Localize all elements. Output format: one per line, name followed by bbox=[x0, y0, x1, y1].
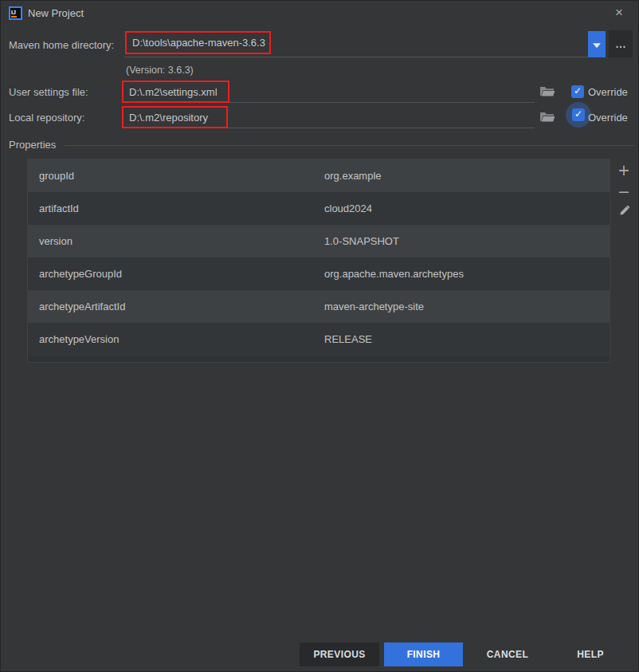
chevron-down-icon bbox=[593, 43, 601, 48]
window-title: New Project bbox=[28, 7, 84, 19]
override-label-user-settings: Override bbox=[588, 86, 628, 98]
ellipsis-icon: … bbox=[615, 37, 626, 50]
override-checkbox-local-repo[interactable]: ✓ bbox=[572, 108, 585, 121]
row-value: cloud2024 bbox=[324, 202, 610, 214]
remove-property-button[interactable]: − bbox=[615, 183, 633, 200]
maven-version-note: (Version: 3.6.3) bbox=[126, 65, 194, 76]
close-icon: × bbox=[615, 5, 623, 20]
cancel-button[interactable]: CANCEL bbox=[477, 643, 538, 666]
local-repository-value[interactable]: D:\.m2\repository bbox=[122, 106, 228, 128]
folder-open-icon[interactable] bbox=[539, 85, 555, 98]
maven-home-browse-button[interactable]: … bbox=[609, 30, 633, 57]
add-property-button[interactable]: + bbox=[615, 161, 633, 179]
check-icon: ✓ bbox=[574, 85, 582, 96]
local-repository-label: Local repository: bbox=[9, 112, 84, 124]
row-value: org.apache.maven.archetypes bbox=[324, 268, 610, 280]
new-project-dialog: IJ New Project × Maven home directory: D… bbox=[0, 0, 639, 672]
user-settings-value[interactable]: D:\.m2\settings.xml bbox=[122, 81, 229, 103]
maven-home-dropdown-button[interactable] bbox=[588, 31, 606, 57]
table-row[interactable]: groupId org.example bbox=[28, 159, 610, 192]
row-key: archetypeGroupId bbox=[28, 268, 324, 280]
titlebar: IJ New Project × bbox=[1, 1, 638, 25]
check-icon: ✓ bbox=[574, 108, 582, 120]
intellij-logo-underbar bbox=[11, 16, 17, 18]
table-row[interactable]: archetypeVersion RELEASE bbox=[28, 323, 610, 356]
row-key: artifactId bbox=[28, 202, 324, 214]
finish-button[interactable]: FINISH bbox=[384, 643, 463, 666]
properties-separator bbox=[65, 145, 634, 146]
row-value: maven-archetype-site bbox=[324, 301, 610, 312]
row-key: archetypeVersion bbox=[28, 333, 324, 345]
pencil-icon bbox=[618, 205, 630, 217]
local-repository-value-text: D:\.m2\repository bbox=[129, 112, 208, 124]
row-key: groupId bbox=[28, 170, 324, 182]
previous-button[interactable]: PREVIOUS bbox=[300, 643, 379, 666]
row-value: org.example bbox=[324, 170, 610, 182]
properties-table: groupId org.example artifactId cloud2024… bbox=[27, 159, 610, 363]
override-label-local-repo: Override bbox=[588, 112, 628, 124]
properties-section-label: Properties bbox=[9, 139, 56, 151]
row-value: RELEASE bbox=[324, 333, 610, 345]
table-row[interactable]: version 1.0-SNAPSHOT bbox=[28, 225, 610, 257]
table-row[interactable]: artifactId cloud2024 bbox=[28, 192, 610, 225]
minus-icon: − bbox=[617, 183, 630, 200]
row-value: 1.0-SNAPSHOT bbox=[324, 235, 610, 247]
edit-property-button[interactable] bbox=[615, 202, 633, 220]
override-checkbox-user-settings[interactable]: ✓ bbox=[571, 85, 584, 98]
table-row[interactable]: archetypeArtifactId maven-archetype-site bbox=[28, 290, 610, 323]
row-key: version bbox=[28, 235, 324, 247]
maven-home-label: Maven home directory: bbox=[9, 39, 114, 51]
help-button[interactable]: HELP bbox=[561, 643, 620, 666]
maven-home-value-text: D:\tools\apache-maven-3.6.3 bbox=[132, 37, 265, 49]
user-settings-value-text: D:\.m2\settings.xml bbox=[129, 86, 218, 98]
row-key: archetypeArtifactId bbox=[28, 301, 324, 312]
maven-home-value[interactable]: D:\tools\apache-maven-3.6.3 bbox=[125, 31, 271, 54]
plus-icon: + bbox=[617, 161, 630, 179]
intellij-logo-text: IJ bbox=[11, 10, 16, 15]
user-settings-label: User settings file: bbox=[9, 86, 88, 98]
intellij-logo-icon: IJ bbox=[9, 6, 22, 20]
maven-home-combobox-underline bbox=[124, 57, 606, 57]
folder-open-icon[interactable] bbox=[539, 111, 555, 124]
table-row[interactable]: archetypeGroupId org.apache.maven.archet… bbox=[28, 257, 610, 290]
close-button[interactable]: × bbox=[609, 3, 629, 22]
